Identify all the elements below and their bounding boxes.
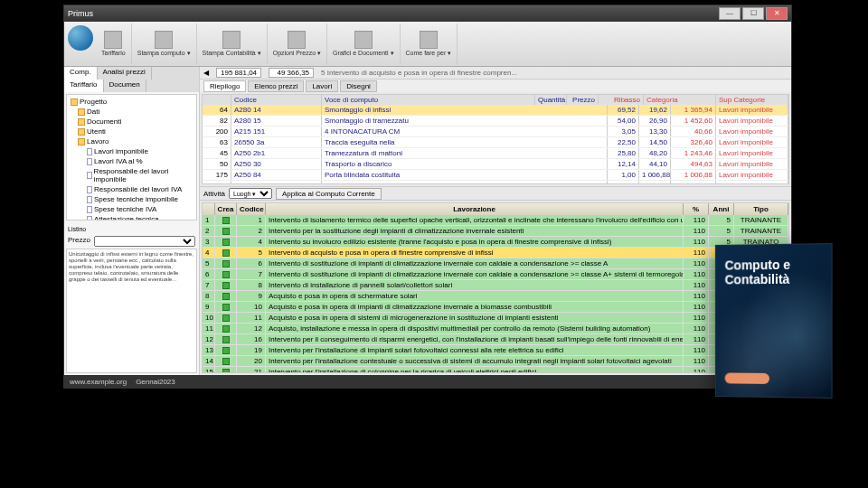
- checkbox-icon[interactable]: [222, 260, 230, 267]
- titlebar: Primus — ☐ ✕: [64, 5, 791, 22]
- tree-item[interactable]: Utenti: [69, 127, 194, 136]
- checkbox-icon[interactable]: [222, 369, 230, 374]
- checkbox-icon[interactable]: [222, 282, 230, 289]
- lower-grid-header: Crea Codice Lavorazione % Anni Tipo: [203, 203, 788, 215]
- tree-item[interactable]: Lavori imponibile: [69, 146, 194, 156]
- listino-label: Listino: [66, 224, 197, 234]
- listino-panel: Listino Prezzo Unicottaggio di infissi e…: [66, 224, 197, 373]
- ribbon-toolbar: TariffarioStampa computo ▾Stampa Contabi…: [64, 22, 791, 67]
- table-row[interactable]: 67Intervento di sostituzione di impianti…: [203, 269, 788, 280]
- book-cover: Computo e Contabilità: [715, 243, 833, 399]
- minimize-button[interactable]: —: [719, 7, 741, 20]
- table-row[interactable]: 200A215 1514 INTONACATURA CM3,0513,3040,…: [203, 127, 788, 137]
- table-row[interactable]: 187NP INF 13CONTROTELAIO69,6488,006 093,…: [203, 181, 788, 184]
- ribbon-2[interactable]: Stampa Contabilità ▾: [197, 23, 268, 64]
- checkbox-icon[interactable]: [222, 314, 230, 322]
- luoghi-select[interactable]: Luogh ▾: [229, 188, 272, 199]
- applica-button[interactable]: Applica al Computo Corrente: [276, 188, 382, 200]
- table-row[interactable]: 89Acquisto e posa in opera di schermatur…: [203, 291, 788, 302]
- ribbon-3[interactable]: Opzioni Prezzo ▾: [268, 23, 327, 64]
- main-area: ◀ 195 881,04 49 366,35 5 Intervento di a…: [200, 67, 791, 375]
- table-row[interactable]: 6326550 3aTraccia eseguita nella22,5014,…: [203, 137, 788, 148]
- table-row[interactable]: 78Intervento di installazione di pannell…: [203, 280, 788, 291]
- tab-documen[interactable]: Documen: [104, 80, 146, 92]
- sub-tab-3[interactable]: Disegni: [340, 80, 377, 92]
- table-row[interactable]: 1216Intervento per il conseguimento di r…: [203, 334, 788, 345]
- stat-right: 49 366,35: [269, 68, 314, 78]
- checkbox-icon[interactable]: [222, 293, 230, 300]
- table-row[interactable]: 82A280 15Smontaggio di tramezzatu54,0026…: [203, 116, 788, 127]
- stats-toolbar: ◀ 195 881,04 49 366,35 5 Intervento di a…: [200, 67, 791, 80]
- ribbon-5[interactable]: Come fare per ▾: [401, 23, 458, 64]
- attivita-label: Attività: [203, 190, 225, 198]
- checkbox-icon[interactable]: [222, 271, 230, 278]
- ribbon-1[interactable]: Stampa computo ▾: [132, 23, 197, 64]
- checkbox-icon[interactable]: [222, 249, 230, 257]
- folder-icon: [78, 118, 85, 126]
- table-row[interactable]: 50A250 30Trasporto a discarico12,1444,10…: [203, 159, 788, 170]
- table-row[interactable]: 11Intervento di isolamento termico delle…: [203, 215, 788, 226]
- checkbox-icon[interactable]: [222, 228, 230, 235]
- table-row[interactable]: 1420Intervento per l'installazione conte…: [203, 356, 788, 367]
- app-orb-icon[interactable]: [68, 25, 93, 51]
- ribbon-4[interactable]: Grafici e Documenti ▾: [327, 23, 400, 64]
- folder-icon: [78, 128, 85, 136]
- table-row[interactable]: 1319Intervento per l'installazione di im…: [203, 345, 788, 356]
- tree-item[interactable]: Attestazione tecnica: [69, 214, 194, 221]
- tree-item[interactable]: Responsabile dei lavori IVA: [69, 184, 194, 194]
- table-row[interactable]: 64A280 14Smontaggio di infissi69,5219,62…: [203, 105, 788, 116]
- table-row[interactable]: 22Intervento per la sostituzione degli i…: [203, 226, 788, 237]
- doc-icon: [87, 148, 92, 155]
- table-row[interactable]: 1112Acquisto, installazione e messa in o…: [203, 324, 788, 334]
- ribbon-0[interactable]: Tariffario: [96, 23, 132, 64]
- sub-tab-2[interactable]: Lavori: [306, 80, 338, 92]
- ribbon-icon: [420, 31, 438, 49]
- tree-item[interactable]: Spese tecniche IVA: [69, 204, 194, 214]
- checkbox-icon[interactable]: [222, 336, 230, 343]
- window-title: Primus: [68, 9, 719, 18]
- close-button[interactable]: ✕: [766, 7, 788, 20]
- tree-item[interactable]: Responsabile dei lavori imponibile: [69, 166, 194, 184]
- tree-item[interactable]: Documenti: [69, 117, 194, 127]
- tree-item[interactable]: Spese tecniche imponibile: [69, 194, 194, 204]
- checkbox-icon[interactable]: [222, 239, 230, 246]
- folder-icon: [71, 99, 78, 106]
- project-tree[interactable]: ProgettoDatiDocumentiUtentiLavoroLavori …: [66, 94, 197, 221]
- table-row[interactable]: 45Intervento di acquisto e posa in opera…: [203, 248, 788, 258]
- doc-icon: [87, 158, 92, 165]
- table-row[interactable]: 910Acquisto e posa in opera di impianti …: [203, 302, 788, 313]
- ribbon-icon: [288, 31, 306, 49]
- upper-grid[interactable]: CodiceVoce di computoQuantitàPrezzoRibas…: [202, 94, 789, 184]
- sub-tabs: RiepilogoElenco prezziLavoriDisegni: [200, 80, 791, 92]
- checkbox-icon[interactable]: [222, 347, 230, 354]
- maximize-button[interactable]: ☐: [742, 7, 764, 20]
- prezzo-select[interactable]: [94, 236, 195, 247]
- checkbox-icon[interactable]: [222, 217, 230, 224]
- checkbox-icon[interactable]: [222, 358, 230, 365]
- prev-button[interactable]: ◀: [203, 69, 209, 77]
- doc-icon: [87, 196, 92, 203]
- lower-grid[interactable]: Crea Codice Lavorazione % Anni Tipo 11In…: [202, 202, 789, 373]
- stat-hint: 5 Intervento di acquisto e posa in opera…: [321, 69, 517, 77]
- book-title: Computo e Contabilità: [725, 257, 823, 286]
- tree-item[interactable]: Lavoro: [69, 136, 194, 146]
- mid-toolbar: Attività Luogh ▾ Applica al Computo Corr…: [200, 186, 791, 201]
- table-row[interactable]: 45A250 2b1Tramezzatura di mattoni25,8048…: [203, 148, 788, 159]
- table-row[interactable]: 56Intervento di sostituzione di impianti…: [203, 258, 788, 269]
- tree-item[interactable]: Dati: [69, 107, 194, 117]
- table-row[interactable]: 1011Acquisto e posa in opera di sistemi …: [203, 313, 788, 324]
- tab-analisi[interactable]: Analisi prezzi: [98, 67, 152, 80]
- table-row[interactable]: 1521Intervento per l'installazione di co…: [203, 367, 788, 373]
- checkbox-icon[interactable]: [222, 325, 230, 333]
- sub-tab-1[interactable]: Elenco prezzi: [248, 80, 304, 92]
- tree-item[interactable]: Progetto: [69, 97, 194, 107]
- table-row[interactable]: 34Intervento su involucro edilizio esist…: [203, 237, 788, 248]
- doc-icon: [87, 186, 92, 193]
- tab-comp[interactable]: Comp.: [64, 67, 98, 80]
- checkbox-icon[interactable]: [222, 304, 230, 311]
- tab-tariffario[interactable]: Tariffario: [64, 80, 104, 92]
- statusbar: www.example.org Gennai2023 Refresh: [64, 375, 791, 388]
- tree-item[interactable]: Lavori IVA al %: [69, 156, 194, 166]
- sub-tab-0[interactable]: Riepilogo: [203, 80, 246, 92]
- table-row[interactable]: 175A250 84Porta blindata costituita1,001…: [203, 170, 788, 181]
